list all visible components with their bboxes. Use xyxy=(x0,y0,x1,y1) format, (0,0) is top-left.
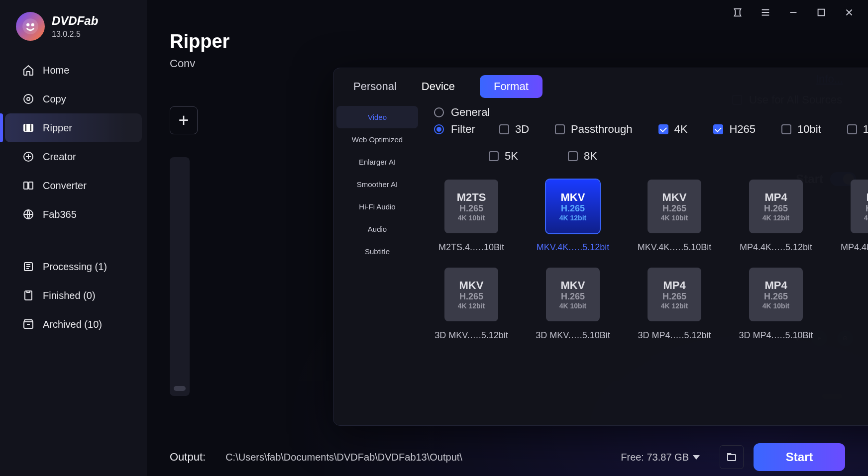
checkbox-icon[interactable] xyxy=(781,124,791,134)
profile-row-2: MKVH.2654K 12bit3D MKV.….5.12bit MKVH.26… xyxy=(434,268,868,341)
nav-label: Archived (10) xyxy=(43,319,102,330)
open-folder-button[interactable] xyxy=(720,445,744,469)
checkbox-icon[interactable] xyxy=(713,124,723,134)
cat-smoother-ai[interactable]: Smoother AI xyxy=(333,173,421,195)
profile-card[interactable]: MKVH.2654K 12bitMKV.4K.….5.12bit xyxy=(536,180,610,253)
radio-filter-row[interactable]: Filter xyxy=(434,123,475,136)
processing-icon xyxy=(22,260,35,273)
checkbox-icon[interactable] xyxy=(489,151,499,161)
nav-secondary: Processing (1) Finished (0) Archived (10… xyxy=(0,249,147,339)
profile-card[interactable]: MKVH.2654K 10bit3D MKV.….5.10Bit xyxy=(536,268,610,341)
modal-tabs: Personal Device Format ✕ xyxy=(353,75,868,98)
category-list: Video Web Optimized Enlarger AI Smoother… xyxy=(333,68,421,425)
profile-content: General Filter 3D Passthrough 4K H265 10… xyxy=(421,68,868,425)
profile-card[interactable]: MKVH.2654K 10bitMKV.4K.….5.10Bit xyxy=(637,180,712,253)
finished-icon xyxy=(22,289,35,302)
filter-row: Filter 3D Passthrough 4K H265 10bit 12bi… xyxy=(434,123,868,163)
profile-card[interactable]: MKVH.2654K 12bit3D MKV.….5.12bit xyxy=(434,268,509,341)
titlebar xyxy=(147,0,868,25)
nav-home[interactable]: Home xyxy=(5,56,142,85)
profile-card[interactable]: M2TSH.2654K 10bitM2TS.4.….10Bit xyxy=(434,180,509,253)
nav-label: Ripper xyxy=(43,122,72,134)
profile-card[interactable]: MP4H.2654K 10bit3D MP4.….5.10Bit xyxy=(739,268,813,341)
cat-subtitle[interactable]: Subtitle xyxy=(333,240,421,263)
copy-icon xyxy=(22,93,35,105)
nav-processing[interactable]: Processing (1) xyxy=(5,252,142,281)
filter-5k[interactable]: 5K xyxy=(489,150,518,163)
svg-point-0 xyxy=(22,18,38,34)
nav-ripper[interactable]: Ripper xyxy=(5,113,142,142)
checkbox-icon[interactable] xyxy=(658,124,668,134)
filter-8k[interactable]: 8K xyxy=(568,150,597,163)
nav-label: Fab365 xyxy=(43,209,77,220)
brand: DVDFab 13.0.2.5 xyxy=(0,12,147,53)
nav-label: Copy xyxy=(43,94,66,105)
nav-archived[interactable]: Archived (10) xyxy=(5,310,142,339)
output-path[interactable]: C:\Users\fab\Documents\DVDFab\DVDFab13\O… xyxy=(225,452,611,463)
maximize-icon[interactable] xyxy=(814,5,828,19)
free-space[interactable]: Free: 73.87 GB xyxy=(621,452,700,463)
brand-name: DVDFab xyxy=(52,14,98,28)
svg-rect-5 xyxy=(24,124,33,131)
checkbox-icon[interactable] xyxy=(555,124,565,134)
converter-icon xyxy=(22,179,35,192)
radio-general-row[interactable]: General xyxy=(434,106,868,119)
radio-icon[interactable] xyxy=(434,107,444,117)
radio-icon[interactable] xyxy=(434,124,444,134)
nav-finished[interactable]: Finished (0) xyxy=(5,281,142,310)
fab365-icon xyxy=(22,208,35,221)
nav-primary: Home Copy Ripper Creator Converter Fab36… xyxy=(0,53,147,229)
ripper-icon xyxy=(22,121,35,134)
tab-personal[interactable]: Personal xyxy=(353,76,397,97)
add-source-button[interactable]: + xyxy=(170,106,198,134)
nav-converter[interactable]: Converter xyxy=(5,171,142,200)
filter-h265[interactable]: H265 xyxy=(713,123,756,136)
checkbox-icon[interactable] xyxy=(499,124,509,134)
svg-point-2 xyxy=(31,23,34,26)
svg-point-3 xyxy=(24,95,33,103)
nav-label: Home xyxy=(43,65,69,76)
nav-label: Finished (0) xyxy=(43,290,96,301)
nav-label: Processing (1) xyxy=(43,261,107,273)
filter-12bit[interactable]: 12bit xyxy=(847,123,868,136)
tab-format[interactable]: Format xyxy=(480,75,542,98)
profile-card[interactable]: MP4H.2654K 12bitMP4.4K.….5.12bit xyxy=(739,180,813,253)
filter-passthrough[interactable]: Passthrough xyxy=(555,123,633,136)
svg-point-1 xyxy=(26,23,29,26)
profile-card[interactable]: MP4H.2654K 10bitMP4.4K.….5.10Bit xyxy=(840,180,868,253)
output-label: Output: xyxy=(170,451,206,464)
checkbox-icon[interactable] xyxy=(568,151,578,161)
filter-10bit[interactable]: 10bit xyxy=(781,123,821,136)
nav-label: Creator xyxy=(43,151,76,163)
profile-card[interactable]: MP4H.2654K 12bit3D MP4.….5.12bit xyxy=(637,268,712,341)
caret-down-icon xyxy=(693,455,700,460)
cat-audio[interactable]: Audio xyxy=(333,218,421,240)
sidebar: DVDFab 13.0.2.5 Home Copy Ripper Creator… xyxy=(0,0,147,476)
checkbox-icon[interactable] xyxy=(847,124,857,134)
cat-hifi-audio[interactable]: Hi-Fi Audio xyxy=(333,195,421,218)
nav-fab365[interactable]: Fab365 xyxy=(5,200,142,229)
nav-creator[interactable]: Creator xyxy=(5,142,142,171)
start-button[interactable]: Start xyxy=(754,443,845,471)
tab-device[interactable]: Device xyxy=(422,76,455,97)
filter-3d[interactable]: 3D xyxy=(499,123,529,136)
svg-rect-13 xyxy=(818,9,825,16)
svg-point-4 xyxy=(27,97,30,100)
main: Ripper Conv + Info... Use for All Source… xyxy=(147,0,868,476)
home-icon xyxy=(22,64,35,77)
source-track xyxy=(170,157,190,396)
theme-icon[interactable] xyxy=(731,5,745,19)
nav-separator xyxy=(14,239,133,239)
nav-copy[interactable]: Copy xyxy=(5,85,142,113)
filter-4k[interactable]: 4K xyxy=(658,123,688,136)
nav-label: Converter xyxy=(43,180,87,191)
cat-enlarger-ai[interactable]: Enlarger AI xyxy=(333,151,421,173)
minimize-icon[interactable] xyxy=(786,5,800,19)
close-window-icon[interactable] xyxy=(842,5,856,19)
svg-rect-16 xyxy=(728,455,736,461)
menu-icon[interactable] xyxy=(759,5,772,19)
cat-video[interactable]: Video xyxy=(336,106,418,128)
archived-icon xyxy=(22,318,35,331)
creator-icon xyxy=(22,150,35,163)
cat-web-optimized[interactable]: Web Optimized xyxy=(333,128,421,151)
